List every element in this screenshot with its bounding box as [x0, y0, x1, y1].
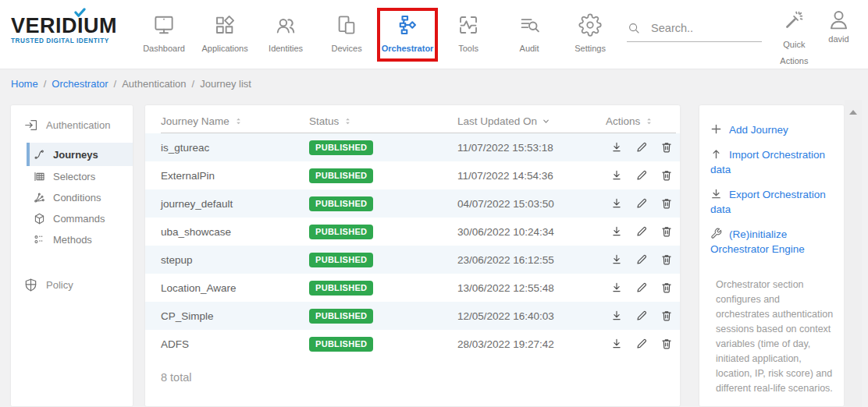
status-badge: PUBLISHED — [309, 168, 373, 183]
status-badge: PUBLISHED — [309, 140, 373, 155]
journey-name: journey_default — [161, 198, 309, 210]
edit-icon[interactable] — [635, 310, 648, 322]
scroll-up-arrow[interactable] — [849, 110, 857, 115]
add-journey-button[interactable]: Add Journey — [710, 122, 834, 137]
edit-icon[interactable] — [635, 338, 648, 350]
quick-actions-button[interactable]: Quick Actions — [773, 9, 816, 70]
delete-icon[interactable] — [660, 281, 673, 294]
devices-icon — [335, 13, 358, 37]
download-icon[interactable] — [610, 169, 623, 182]
search-input[interactable] — [651, 22, 752, 34]
status-badge: PUBLISHED — [309, 225, 373, 239]
status-badge: PUBLISHED — [309, 196, 373, 211]
veridium-logo[interactable]: VERIDIUM TRUSTED DIGITAL IDENTITY — [11, 16, 133, 44]
sidebar-section-policy[interactable]: Policy — [11, 265, 133, 292]
shield-icon — [23, 278, 38, 292]
import-orchestration-button[interactable]: Import Orchestration data — [710, 147, 834, 177]
user-menu[interactable]: david — [820, 8, 857, 44]
sidebar: Authentication Journeys Selectors Condit… — [11, 105, 133, 406]
orchestrator-icon — [396, 13, 419, 37]
nav-item-orchestrator[interactable]: Orchestrator — [377, 8, 438, 62]
brand-wordmark: VERIDIUM — [11, 16, 133, 37]
journey-name: Location_Aware — [161, 282, 309, 294]
delete-icon[interactable] — [660, 338, 673, 350]
last-updated: 04/07/2022 15:03:50 — [457, 198, 606, 210]
download-icon[interactable] — [610, 225, 623, 238]
column-header-journey-name[interactable]: Journey Name — [161, 115, 309, 127]
nav-label: Tools — [458, 44, 478, 53]
breadcrumb-orchestrator[interactable]: Orchestrator — [52, 78, 108, 90]
column-header-status[interactable]: Status — [309, 115, 457, 127]
edit-icon[interactable] — [635, 197, 648, 210]
nav-label: Orchestrator — [382, 44, 434, 53]
search-box[interactable] — [627, 14, 762, 42]
download-icon[interactable] — [610, 281, 623, 294]
sidebar-item-methods[interactable]: Methods — [27, 229, 133, 250]
table-row: journey_default PUBLISHED 04/07/2022 15:… — [145, 189, 680, 218]
reinitialize-engine-button[interactable]: (Re)initialize Orchestrator Engine — [710, 227, 834, 257]
nav-item-tools[interactable]: Tools — [438, 9, 499, 62]
edit-icon[interactable] — [635, 253, 648, 266]
table-row: ADFS PUBLISHED 28/03/2022 19:27:42 — [145, 330, 680, 358]
nav-label: Applications — [201, 44, 247, 53]
table-row: ExternalPin PUBLISHED 11/07/2022 14:54:3… — [145, 161, 680, 189]
edit-icon[interactable] — [635, 225, 648, 238]
nav-label: Settings — [575, 44, 606, 53]
actions-panel: Add Journey Import Orchestration data Ex… — [699, 105, 844, 406]
sidebar-section-authentication[interactable]: Authentication — [11, 105, 133, 133]
table-total-count: 8 total — [161, 371, 680, 384]
sidebar-item-label: Methods — [53, 234, 92, 246]
nav-item-settings[interactable]: Settings — [560, 9, 621, 62]
breadcrumb-separator: / — [192, 78, 195, 90]
delete-icon[interactable] — [660, 310, 673, 322]
column-header-actions[interactable]: Actions — [606, 115, 676, 127]
edit-icon[interactable] — [635, 281, 648, 294]
sort-icon — [234, 116, 243, 126]
sidebar-item-label: Conditions — [53, 192, 101, 204]
conditions-icon — [33, 191, 46, 204]
status-badge: PUBLISHED — [309, 309, 373, 324]
sidebar-item-commands[interactable]: Commands — [27, 208, 133, 229]
nav-item-devices[interactable]: Devices — [316, 9, 377, 62]
download-icon[interactable] — [610, 338, 623, 350]
nav-item-audit[interactable]: Audit — [499, 9, 560, 62]
delete-icon[interactable] — [660, 197, 673, 210]
delete-icon[interactable] — [660, 169, 673, 182]
delete-icon[interactable] — [660, 225, 673, 238]
nav-label: Audit — [520, 44, 539, 53]
plus-icon — [710, 123, 722, 135]
sort-icon — [645, 116, 653, 126]
delete-icon[interactable] — [660, 253, 673, 266]
wrench-icon — [710, 228, 722, 239]
nav-item-dashboard[interactable]: Dashboard — [133, 9, 194, 62]
table-row: is_gtureac PUBLISHED 11/07/2022 15:53:18 — [145, 133, 680, 161]
user-name: david — [828, 34, 848, 44]
edit-icon[interactable] — [635, 169, 648, 182]
last-updated: 13/06/2022 12:55:48 — [457, 282, 606, 294]
wand-icon — [783, 9, 805, 31]
nav-label: Dashboard — [143, 44, 185, 53]
nav-label: Identities — [269, 44, 303, 53]
nav-item-identities[interactable]: Identities — [255, 9, 316, 62]
download-icon — [710, 188, 722, 200]
download-icon[interactable] — [610, 141, 623, 154]
nav-item-applications[interactable]: Applications — [194, 9, 255, 62]
sidebar-item-label: Commands — [53, 213, 105, 225]
last-updated: 23/06/2022 16:12:55 — [457, 254, 606, 266]
download-icon[interactable] — [610, 310, 623, 322]
last-updated: 28/03/2022 19:27:42 — [457, 338, 606, 350]
export-orchestration-button[interactable]: Export Orchestration data — [710, 187, 834, 217]
journey-name: ExternalPin — [161, 170, 309, 182]
sidebar-item-conditions[interactable]: Conditions — [27, 187, 133, 208]
scrollbar[interactable] — [845, 100, 862, 407]
delete-icon[interactable] — [660, 141, 673, 154]
logo-check-icon — [74, 8, 86, 18]
sidebar-item-selectors[interactable]: Selectors — [27, 166, 133, 187]
download-icon[interactable] — [610, 253, 623, 266]
breadcrumb-home[interactable]: Home — [11, 78, 38, 90]
status-badge: PUBLISHED — [309, 281, 373, 296]
edit-icon[interactable] — [635, 141, 648, 154]
sidebar-item-journeys[interactable]: Journeys — [27, 143, 133, 166]
column-header-last-updated[interactable]: Last Updated On — [457, 115, 606, 127]
download-icon[interactable] — [610, 197, 623, 210]
